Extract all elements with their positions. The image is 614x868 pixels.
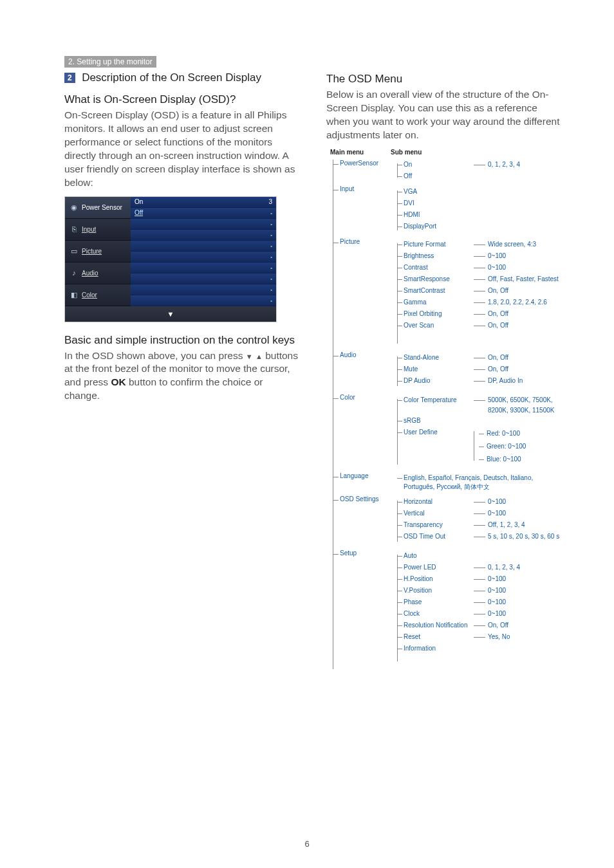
tree-main-item: Language — [333, 472, 369, 482]
tree-sub-item: Power LED0, 1, 2, 3, 4 — [404, 562, 563, 574]
tree-sub-label: SmartResponse — [404, 274, 471, 284]
section-number-badge: 2 — [64, 73, 75, 83]
tree-main-item: Picture — [333, 238, 360, 248]
tree-sub-item: Over ScanOn, Off — [404, 320, 563, 332]
tree-sub-item: DVI — [404, 198, 563, 210]
dot-icon: • — [270, 221, 272, 226]
left-column: 2 Description of the On Screen Display W… — [64, 71, 301, 670]
tree-sub-label: Reset — [404, 632, 471, 642]
tree-subgroup: On0, 1, 2, 3, 4Off — [397, 160, 563, 183]
tree-sub-value: On, Off — [474, 620, 563, 631]
osd-menu-tree: Main menu Sub menu PowerSensorInputPictu… — [326, 149, 563, 670]
tree-sub-value: On, Off — [474, 364, 563, 374]
tree-sub-value: Off, 1, 2, 3, 4 — [474, 520, 563, 530]
tree-main-item: Audio — [333, 351, 357, 361]
tree-sub-item: MuteOn, Off — [404, 364, 563, 376]
tree-sub-label: VGA — [404, 187, 471, 197]
tree-sub-item: Clock0~100 — [404, 609, 563, 620]
tree-sub-label: Mute — [404, 364, 471, 374]
tree-sub-value: 0, 1, 2, 3, 4 — [474, 160, 563, 170]
osd-panel-screenshot: ◉ Power Sensor On 3 Off • — [64, 196, 277, 322]
tree-sub-label: Stand-Alone — [404, 353, 471, 363]
osd-menu-picture: ▭ Picture — [65, 241, 131, 263]
tree-sub-value: 0~100 — [474, 574, 563, 584]
tree-sub-label: User Define — [404, 427, 471, 438]
dot-icon: • — [270, 297, 272, 303]
dot-icon: • — [270, 232, 272, 237]
tree-sub-label: Clock — [404, 609, 471, 619]
dot-icon: • — [270, 254, 272, 259]
osd-menu-input: ⎘ Input — [65, 219, 131, 241]
tree-sub-value: 0~100 — [474, 263, 563, 273]
osd-menu-label: Power Sensor — [82, 204, 122, 211]
tree-sub-item: Color Temperature5000K, 6500K, 7500K, 82… — [404, 395, 563, 416]
tree-sub-label: Over Scan — [404, 320, 471, 331]
tree-main-item: Color — [333, 394, 355, 403]
tree-sub-item: Brightness0~100 — [404, 251, 563, 263]
tree-sub-label: V.Position — [404, 586, 471, 596]
tree-language-list: English, Español, Français, Deutsch, Ita… — [404, 474, 563, 492]
tree-sub-label: DP Audio — [404, 376, 471, 386]
tree-sub-item: Off — [404, 171, 563, 183]
tree-sub-item: On0, 1, 2, 3, 4 — [404, 160, 563, 171]
osd-menu-label: Input — [82, 226, 96, 233]
osd-value-off: Off • — [131, 208, 276, 219]
tree-header-sub: Sub menu — [391, 149, 563, 156]
tree-subgroup: Horizontal0~100Vertical0~100Transparency… — [397, 497, 563, 547]
tree-sub-value: Yes, No — [474, 632, 563, 642]
tree-sub-value-stack: Red: 0~100Green: 0~100Blue: 0~100 — [474, 427, 563, 466]
osd-menu-label: Audio — [82, 270, 98, 277]
osd-off-label: Off — [135, 209, 143, 216]
up-triangle-icon: ▲ — [256, 353, 263, 360]
paragraph-keys: In the OSD shown above, you can press ▼ … — [64, 349, 301, 403]
tree-sub-value: On, Off — [474, 320, 563, 331]
tree-sub-value: 5 s, 10 s, 20 s, 30 s, 60 s — [474, 531, 563, 542]
osd-menu-audio: ♪ Audio — [65, 263, 131, 284]
tree-sub-value: 0~100 — [474, 609, 563, 619]
tree-sub-item: Gamma1.8, 2.0, 2.2, 2.4, 2.6 — [404, 297, 563, 309]
tree-sub-item: TransparencyOff, 1, 2, 3, 4 — [404, 520, 563, 531]
tree-sub-label: Color Temperature — [404, 395, 471, 405]
tree-sub-item: DisplayPort — [404, 221, 563, 233]
power-sensor-icon: ◉ — [69, 202, 79, 212]
color-icon: ◧ — [69, 290, 79, 300]
tree-sub-label: sRGB — [404, 416, 471, 426]
right-column: The OSD Menu Below is an overall view of… — [326, 71, 563, 670]
tree-sub-item: Phase0~100 — [404, 597, 563, 609]
dot-icon: • — [270, 275, 272, 281]
heading-what-is-osd: What is On-Screen Display (OSD)? — [64, 93, 301, 106]
tree-sub-value: On, Off — [474, 353, 563, 363]
tree-sub-label: HDMI — [404, 210, 471, 220]
tree-sub-item: Horizontal0~100 — [404, 497, 563, 508]
heading-basic-instruction: Basic and simple instruction on the cont… — [64, 334, 301, 347]
tree-header-main: Main menu — [326, 149, 391, 156]
tree-sub-label: Phase — [404, 597, 471, 607]
tree-sub-label: H.Position — [404, 574, 471, 584]
tree-sub-label: Information — [404, 643, 471, 654]
tree-sub-label: Horizontal — [404, 497, 471, 507]
tree-sub-item: SmartContrastOn, Off — [404, 286, 563, 297]
tree-subgroup: Picture FormatWide screen, 4:3Brightness… — [397, 239, 563, 349]
tree-sub-item: SmartResponseOff, Fast, Faster, Fastest — [404, 274, 563, 286]
ok-label: OK — [111, 376, 126, 387]
tree-subgroup: AutoPower LED0, 1, 2, 3, 4H.Position0~10… — [397, 551, 563, 667]
osd-menu-label: Picture — [82, 248, 102, 255]
tree-main-item: OSD Settings — [333, 495, 379, 505]
osd-down-arrow: ▼ — [65, 306, 276, 322]
tree-main-item: Setup — [333, 549, 357, 559]
tree-sub-label: Auto — [404, 551, 471, 561]
tree-main-item: PowerSensor — [333, 160, 378, 169]
input-icon: ⎘ — [69, 224, 79, 234]
section-title: Description of the On Screen Display — [82, 71, 261, 84]
osd-value-number: 3 — [268, 198, 272, 205]
tree-subgroup: VGADVIHDMIDisplayPort — [397, 187, 563, 235]
osd-menu-power-sensor: ◉ Power Sensor — [65, 197, 131, 219]
tree-sub-item: Resolution NotificationOn, Off — [404, 620, 563, 632]
tree-sub-value: 1.8, 2.0, 2.2, 2.4, 2.6 — [474, 297, 563, 308]
tree-sub-value: 0, 1, 2, 3, 4 — [474, 562, 563, 573]
paragraph-osd-desc: On-Screen Display (OSD) is a feature in … — [64, 109, 301, 190]
tree-sub-item: Picture FormatWide screen, 4:3 — [404, 239, 563, 251]
audio-icon: ♪ — [69, 268, 79, 278]
tree-sub-item: Auto — [404, 551, 563, 562]
tree-sub-value: On, Off — [474, 309, 563, 319]
